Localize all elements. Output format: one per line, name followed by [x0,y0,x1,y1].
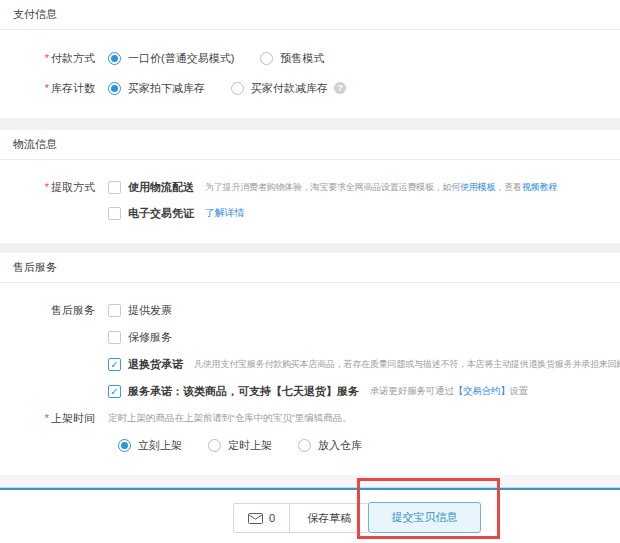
trade-contract-link[interactable]: 【交易合约】 [454,385,510,396]
shelf-time-label: *上架时间 [0,411,95,426]
footer-bar: 0 保存草稿 提交宝贝信息 头条@运营浅笑 [0,490,620,543]
radio-selected-icon[interactable] [118,439,131,452]
delivery-method-row: *提取方式 使用物流配送 为了提升消费者购物体验，淘宝要求全网商品设置运费模板，… [0,174,620,200]
shelf-time-row: *上架时间 定时上架的商品在上架前请到“仓库中的宝贝”里编辑商品。 [0,405,620,432]
invoice-checkbox-label[interactable]: 提供发票 [128,303,172,318]
checkbox-unchecked-icon[interactable] [108,304,121,317]
radio-unselected-icon[interactable] [298,439,311,452]
stock-count-label: *库存计数 [0,81,95,96]
section-divider [0,243,620,253]
payment-method-label: *付款方式 [0,51,95,66]
save-draft-button[interactable]: 保存草稿 [289,504,368,532]
radio-presale-mode[interactable]: 预售模式 [260,51,324,66]
radio-selected-icon[interactable] [108,82,121,95]
checkbox-checked-icon[interactable]: ✓ [108,358,121,371]
section-divider [0,118,620,130]
radio-stock-on-payment-label: 买家付款减库存 [251,81,328,96]
radio-fixed-price[interactable]: 一口价(普通交易模式) [108,51,234,66]
e-voucher-row: 电子交易凭证 了解详情 [0,200,620,226]
use-logistics-checkbox-label[interactable]: 使用物流配送 [128,180,194,195]
logistics-helper-text: 为了提升消费者购物体验，淘宝要求全网商品设置运费模板，如何使用模板，查看视频教程 [205,181,557,194]
required-asterisk: * [45,181,49,193]
shelf-time-hint: 定时上架的商品在上架前请到“仓库中的宝贝”里编辑商品。 [108,412,352,425]
required-asterisk: * [45,52,49,64]
radio-unselected-icon[interactable] [231,82,244,95]
radio-unselected-icon[interactable] [208,439,221,452]
learn-more-link[interactable]: 了解详情 [205,207,244,218]
return-promise-row: ✓ 退换货承诺 凡使用支付宝服务付款购买本店商品，若存在质量问题或与描述不符，本… [0,351,620,378]
detail-link-wrap: 了解详情 [205,206,244,220]
service-promise-note: 承诺更好服务可通过【交易合约】设置 [370,385,528,398]
payment-info-section: 支付信息 *付款方式 一口价(普通交易模式) 预售模式 *库存计数 买家拍下减库… [0,0,620,118]
aftersale-section-title: 售后服务 [0,253,620,283]
return-promise-desc: 凡使用支付宝服务付款购买本店商品，若存在质量问题或与描述不符，本店将主动提供退换… [194,358,620,371]
footer-spacer [0,475,620,487]
video-tutorial-link[interactable]: 视频教程 [522,182,557,192]
radio-stock-on-payment[interactable]: 买家付款减库存 ? [231,81,346,96]
warranty-checkbox-label[interactable]: 保修服务 [128,330,172,345]
stock-count-row: *库存计数 买家拍下减库存 买家付款减库存 ? [0,73,620,103]
radio-stock-on-order[interactable]: 买家拍下减库存 [108,81,205,96]
radio-selected-icon[interactable] [108,52,121,65]
e-voucher-checkbox-label[interactable]: 电子交易凭证 [128,206,194,221]
question-mark-icon[interactable]: ? [334,82,346,94]
required-asterisk: * [45,82,49,94]
payment-method-row: *付款方式 一口价(普通交易模式) 预售模式 [0,43,620,73]
radio-fixed-price-label: 一口价(普通交易模式) [128,51,234,66]
logistics-section-title: 物流信息 [0,130,620,160]
logistics-info-section: 物流信息 *提取方式 使用物流配送 为了提升消费者购物体验，淘宝要求全网商品设置… [0,130,620,243]
service-promise-checkbox-label[interactable]: 服务承诺：该类商品，可支持【七天退货】服务 [128,384,359,399]
submit-product-button[interactable]: 提交宝贝信息 [368,502,481,533]
return-promise-checkbox-label[interactable]: 退换货承诺 [128,357,183,372]
message-count-button[interactable]: 0 [234,504,289,532]
shelf-option-row: 立刻上架 定时上架 放入仓库 [0,432,620,459]
radio-list-immediately[interactable]: 立刻上架 [118,438,182,453]
required-asterisk: * [45,412,49,424]
footer-button-group: 0 保存草稿 [233,503,369,533]
invoice-row: 售后服务 提供发票 [0,297,620,324]
radio-list-immediately-label: 立刻上架 [138,438,182,453]
payment-section-title: 支付信息 [0,0,620,30]
message-count: 0 [269,512,275,524]
radio-put-in-warehouse[interactable]: 放入仓库 [298,438,362,453]
radio-put-in-warehouse-label: 放入仓库 [318,438,362,453]
aftersale-service-label: 售后服务 [0,303,95,318]
aftersale-service-section: 售后服务 售后服务 提供发票 保修服务 ✓ 退换货承诺 凡使用支付宝服务付款购买… [0,253,620,475]
service-promise-row: ✓ 服务承诺：该类商品，可支持【七天退货】服务 承诺更好服务可通过【交易合约】设… [0,378,620,405]
radio-unselected-icon[interactable] [260,52,273,65]
radio-list-scheduled[interactable]: 定时上架 [208,438,272,453]
delivery-method-label: *提取方式 [0,180,95,195]
checkbox-unchecked-icon[interactable] [108,207,121,220]
radio-stock-on-order-label: 买家拍下减库存 [128,81,205,96]
checkbox-unchecked-icon[interactable] [108,331,121,344]
radio-list-scheduled-label: 定时上架 [228,438,272,453]
checkbox-unchecked-icon[interactable] [108,181,121,194]
radio-presale-label: 预售模式 [280,51,324,66]
checkbox-checked-icon[interactable]: ✓ [108,385,121,398]
envelope-icon [248,513,263,524]
use-template-link[interactable]: 使用模板 [460,182,495,192]
warranty-row: 保修服务 [0,324,620,351]
